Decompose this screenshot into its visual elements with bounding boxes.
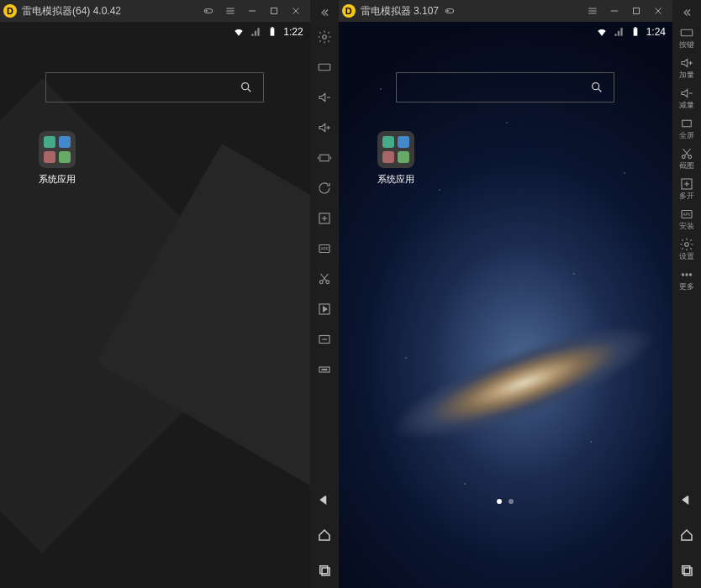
collapse-button[interactable]	[672, 3, 701, 22]
wifi-icon	[233, 26, 245, 38]
add-icon[interactable]	[310, 203, 339, 234]
emulator-right: D 雷电模拟器 3.107 1:24 系统应用	[339, 0, 672, 588]
keymap-button[interactable]: 按键	[672, 22, 701, 52]
app-system-apps[interactable]: 系统应用	[371, 131, 421, 186]
nav-recent-button[interactable]	[310, 553, 339, 588]
volume-down-icon[interactable]	[310, 82, 339, 113]
nav-back-button[interactable]	[672, 482, 701, 517]
svg-point-64	[688, 155, 692, 159]
page-indicator	[497, 499, 514, 504]
more-icon[interactable]	[310, 354, 339, 385]
svg-rect-62	[683, 120, 692, 127]
svg-point-40	[324, 369, 325, 370]
svg-rect-42	[319, 566, 327, 574]
svg-text:APK: APK	[683, 213, 690, 217]
android-statusbar: 1:22	[0, 22, 310, 42]
svg-point-56	[593, 83, 599, 90]
battery-icon	[266, 26, 278, 38]
close-button[interactable]	[647, 0, 669, 22]
search-icon	[590, 81, 603, 94]
svg-rect-22	[319, 155, 329, 161]
svg-line-13	[248, 89, 250, 92]
window-title: 雷电模拟器 3.107	[361, 4, 439, 18]
svg-point-63	[682, 155, 685, 159]
android-statusbar: 1:24	[339, 22, 672, 42]
close-button[interactable]	[285, 0, 307, 22]
nav-recent-button[interactable]	[672, 553, 701, 588]
nav-home-button[interactable]	[672, 517, 701, 553]
wifi-icon	[596, 26, 608, 38]
maximize-button[interactable]	[625, 0, 647, 22]
page-dot-active	[497, 499, 502, 504]
keyboard-icon[interactable]	[310, 52, 339, 82]
volume-up-icon[interactable]	[310, 113, 339, 143]
svg-rect-10	[271, 28, 275, 35]
app-logo: D	[342, 4, 356, 18]
volume-down-button[interactable]: 减量	[672, 82, 701, 113]
scissors-icon[interactable]	[310, 264, 339, 294]
page-dot	[509, 499, 514, 504]
svg-rect-76	[683, 566, 690, 574]
install-button[interactable]: APK安装	[672, 203, 701, 234]
titlebar-left: D 雷电模拟器(64) 4.0.42	[0, 0, 310, 22]
screenshot-button[interactable]: 截图	[672, 143, 701, 173]
svg-text:APK: APK	[320, 247, 328, 251]
svg-rect-15	[319, 64, 330, 71]
titlebar-right: D 雷电模拟器 3.107	[339, 0, 672, 22]
more-button[interactable]: 更多	[672, 264, 701, 294]
svg-point-12	[242, 83, 249, 90]
svg-rect-58	[681, 29, 693, 36]
svg-rect-54	[633, 28, 637, 35]
menu-icon[interactable]	[582, 0, 603, 22]
android-screen-left[interactable]: 1:22 系统应用	[0, 22, 310, 588]
volume-up-button[interactable]: 加量	[672, 52, 701, 82]
sidebar-left: APK	[310, 0, 339, 588]
signal-icon	[613, 26, 625, 38]
svg-point-75	[689, 274, 691, 276]
svg-rect-43	[322, 568, 329, 575]
folder-icon	[39, 131, 76, 168]
apk-icon[interactable]: APK	[310, 234, 339, 264]
app-logo: D	[3, 4, 17, 18]
settings-button[interactable]: 设置	[672, 234, 701, 264]
maximize-button[interactable]	[263, 0, 285, 22]
folder-icon	[377, 131, 414, 168]
minimize-button[interactable]	[603, 0, 625, 22]
collapse-button[interactable]	[310, 3, 339, 22]
sidebar-right: 按键 加量 减量 全屏 截图 多开 APK安装 设置 更多	[672, 0, 701, 588]
app-system-apps[interactable]: 系统应用	[32, 131, 82, 186]
play-icon[interactable]	[310, 294, 339, 324]
nav-home-button[interactable]	[310, 517, 339, 553]
svg-point-73	[682, 274, 683, 276]
rotate-icon[interactable]	[310, 173, 339, 203]
gamepad-icon[interactable]	[198, 0, 219, 22]
svg-point-74	[686, 274, 688, 276]
minimize-button[interactable]	[241, 0, 263, 22]
signal-icon	[250, 26, 261, 38]
svg-point-72	[685, 243, 689, 247]
wallpaper-geometric	[0, 22, 310, 588]
fullscreen-button[interactable]: 全屏	[672, 113, 701, 143]
status-time: 1:24	[646, 26, 666, 38]
search-box[interactable]	[45, 72, 264, 102]
gamepad-icon[interactable]	[439, 0, 461, 22]
svg-rect-11	[271, 27, 273, 28]
svg-point-14	[322, 35, 326, 39]
svg-rect-51	[634, 8, 640, 14]
svg-point-41	[325, 369, 327, 370]
svg-point-30	[319, 281, 323, 284]
window-title: 雷电模拟器(64) 4.0.42	[22, 4, 121, 18]
screenshot-icon[interactable]	[310, 324, 339, 354]
svg-rect-7	[271, 8, 277, 14]
menu-icon[interactable]	[219, 0, 241, 22]
fullscreen-icon[interactable]	[310, 143, 339, 173]
multi-button[interactable]: 多开	[672, 173, 701, 203]
status-time: 1:22	[283, 26, 303, 38]
search-box[interactable]	[396, 72, 614, 102]
svg-rect-77	[684, 568, 692, 575]
settings-icon[interactable]	[310, 22, 339, 52]
search-icon	[240, 81, 253, 94]
svg-rect-55	[634, 27, 635, 28]
android-screen-right[interactable]: 1:24 系统应用	[339, 22, 672, 588]
nav-back-button[interactable]	[310, 482, 339, 517]
